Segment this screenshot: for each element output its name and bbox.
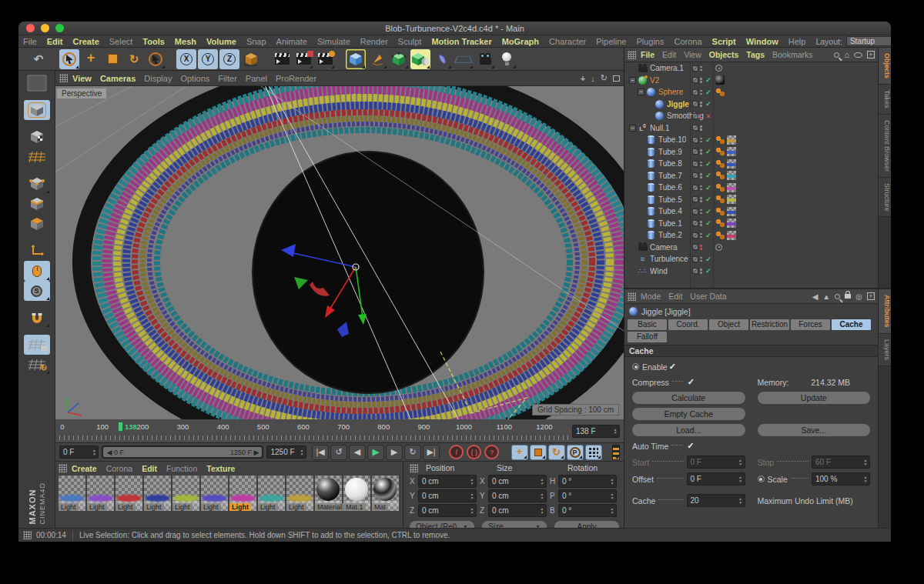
viewport-canvas[interactable] — [55, 86, 624, 419]
scale-row[interactable]: Scale 100 %▴▾ — [758, 472, 871, 486]
next-frame-button[interactable]: ▶ — [386, 445, 403, 460]
visibility-icon[interactable] — [854, 52, 862, 58]
tab-basic[interactable]: Basic — [628, 319, 667, 330]
material-item[interactable]: Light — [286, 476, 313, 511]
visibility-dots-icon[interactable] — [700, 197, 703, 202]
texture-tag-icon[interactable] — [727, 171, 736, 180]
lock-workplane[interactable] — [24, 335, 50, 355]
layer-toggle-icon[interactable] — [692, 125, 698, 131]
object-row-tube-6[interactable]: Tube.6✓ — [624, 182, 878, 194]
position-z-field[interactable]: 0 cm▴▾ — [418, 504, 477, 517]
coordinate-system[interactable] — [241, 49, 261, 69]
material-item[interactable]: Material — [315, 476, 342, 511]
keyframe-selection-button[interactable]: ? — [484, 445, 499, 459]
phong-tag-icon[interactable] — [715, 183, 725, 192]
layer-toggle-icon[interactable] — [692, 209, 698, 215]
object-row-smoothing[interactable]: Smoothing× — [624, 110, 878, 122]
menu-snap[interactable]: Snap — [246, 37, 266, 46]
points-mode[interactable] — [24, 174, 50, 194]
menu-corona[interactable]: Corona — [674, 37, 701, 46]
material-item[interactable]: Light — [172, 476, 199, 511]
layer-toggle-icon[interactable] — [692, 101, 698, 107]
add-generator[interactable] — [389, 49, 409, 69]
object-row-sphere[interactable]: −Sphere✓ — [624, 86, 878, 98]
menu-tools[interactable]: Tools — [142, 37, 165, 46]
visibility-dots-icon[interactable] — [700, 269, 703, 274]
menu-objects[interactable]: Objects — [709, 50, 739, 59]
texture-tag-icon[interactable] — [727, 219, 736, 228]
texture-tag-icon[interactable] — [727, 195, 736, 204]
search-icon[interactable] — [835, 294, 840, 299]
key-point-level-button[interactable] — [585, 445, 602, 460]
visibility-dots-icon[interactable] — [700, 173, 703, 179]
position-y-field[interactable]: 0 cm▴▾ — [418, 489, 477, 502]
menu-create[interactable]: Create — [73, 37, 99, 46]
layer-toggle-icon[interactable] — [692, 220, 698, 226]
enabled-check-icon[interactable]: ✓ — [705, 195, 712, 203]
current-frame-field[interactable]: 138 F▴▾ — [572, 425, 620, 438]
target-tag-icon[interactable] — [715, 244, 722, 251]
menu-edit[interactable]: Edit — [662, 50, 676, 59]
position-x-field[interactable]: 0 cm▴▾ — [418, 475, 477, 488]
menu-animate[interactable]: Animate — [276, 37, 307, 46]
compress-checkbox[interactable]: ✓ — [688, 377, 695, 387]
enabled-check-icon[interactable]: ✓ — [705, 267, 712, 275]
key-position-button[interactable]: + — [511, 445, 528, 460]
play-backwards-button[interactable]: ↺ — [330, 445, 347, 460]
menu-cameras[interactable]: Cameras — [100, 74, 136, 83]
undo-view[interactable] — [24, 73, 50, 93]
add-primitive-cube[interactable] — [346, 49, 366, 69]
enabled-check-icon[interactable]: ✓ — [705, 208, 712, 215]
enabled-check-icon[interactable]: ✓ — [705, 136, 712, 144]
drag-handle-icon[interactable] — [410, 464, 418, 472]
object-row-tube-9[interactable]: Tube.9✓ — [624, 146, 878, 159]
rotate-tool[interactable]: ↻ — [124, 49, 144, 69]
layer-toggle-icon[interactable] — [692, 137, 698, 143]
offset-field[interactable]: 0 F▴▾ — [687, 472, 745, 486]
object-row-null-1[interactable]: −L0Null.1 — [624, 122, 878, 135]
range-end-field[interactable]: 1250 F▴▾ — [266, 446, 306, 459]
object-row-jiggle[interactable]: Jiggle✓ — [624, 98, 878, 111]
magnet-snap[interactable] — [24, 308, 50, 328]
new-panel-icon[interactable]: + — [867, 292, 875, 300]
layer-toggle-icon[interactable] — [692, 256, 698, 262]
edges-mode[interactable] — [24, 194, 50, 214]
tab-takes[interactable]: Takes — [879, 85, 891, 115]
phong-tag-icon[interactable] — [715, 88, 725, 97]
menu-function[interactable]: Function — [166, 464, 197, 473]
menu-mode[interactable]: Mode — [641, 292, 661, 301]
render-view[interactable] — [272, 49, 292, 69]
search-icon[interactable] — [834, 52, 839, 58]
drag-handle-icon[interactable] — [59, 74, 68, 82]
layer-toggle-icon[interactable] — [692, 113, 698, 119]
menu-options[interactable]: Options — [180, 74, 209, 83]
object-row-tube-5[interactable]: Tube.5✓ — [624, 194, 878, 206]
target-tag-icon[interactable] — [715, 65, 722, 72]
expander-icon[interactable]: − — [629, 125, 636, 132]
render-settings[interactable] — [315, 49, 335, 69]
menu-character[interactable]: Character — [549, 37, 586, 46]
go-to-end-button[interactable]: ▶| — [423, 445, 440, 460]
layer-toggle-icon[interactable] — [692, 196, 698, 202]
add-spline-pen[interactable] — [367, 49, 387, 69]
layout-select[interactable]: Startup▼ — [846, 36, 891, 46]
cache-row[interactable]: Cache 20▴▾ — [632, 494, 745, 507]
render-to-picture-viewer[interactable] — [293, 49, 313, 69]
menu-simulate[interactable]: Simulate — [317, 37, 350, 46]
tab-forces[interactable]: Forces — [791, 319, 830, 330]
add-camera[interactable] — [475, 49, 495, 69]
undo[interactable]: ↶ — [28, 49, 49, 69]
close-button[interactable] — [26, 24, 35, 32]
tab-coord-[interactable]: Coord. — [668, 319, 708, 330]
enabled-check-icon[interactable]: ✓ — [705, 148, 712, 155]
viewport-dolly-icon[interactable]: ↓ — [591, 74, 595, 83]
tab-structure[interactable]: Structure — [879, 178, 891, 218]
drag-handle-icon[interactable] — [628, 292, 636, 301]
menu-sculpt[interactable]: Sculpt — [398, 37, 422, 46]
menu-view[interactable]: View — [72, 74, 92, 83]
tab-content-browser[interactable]: Content Browser — [879, 115, 891, 178]
lock-icon[interactable] — [845, 294, 851, 299]
layer-toggle-icon[interactable] — [692, 89, 698, 95]
tab-object[interactable]: Object — [709, 319, 748, 330]
scale-field[interactable]: 100 %▴▾ — [812, 472, 870, 486]
